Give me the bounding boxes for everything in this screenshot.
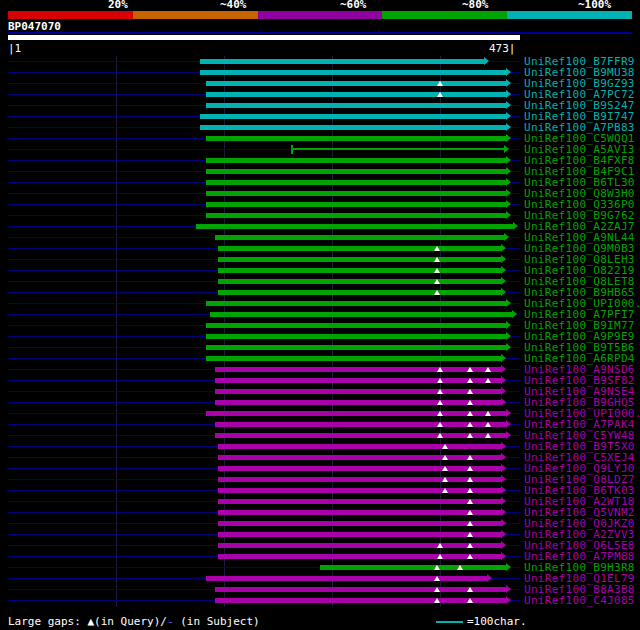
alignment-bar-arrowhead: [501, 398, 506, 406]
alignment-bar-arrowhead: [506, 167, 511, 175]
gap-marker-icon: [467, 433, 473, 438]
legend-segment-1: [133, 11, 258, 19]
alignment-bar[interactable]: [206, 202, 506, 207]
alignment-bar[interactable]: [206, 158, 506, 163]
alignment-bar[interactable]: [206, 356, 501, 361]
alignment-bar[interactable]: [218, 466, 501, 471]
alignment-bar[interactable]: [210, 312, 511, 317]
alignment-bar[interactable]: [215, 422, 507, 427]
alignment-bar-arrowhead: [506, 200, 511, 208]
alignment-bar[interactable]: [218, 279, 501, 284]
alignment-bar[interactable]: [218, 246, 501, 251]
alignment-bar[interactable]: [218, 532, 501, 537]
alignment-bar-arrowhead: [506, 563, 511, 571]
gap-marker-icon: [437, 389, 443, 394]
alignment-bar-arrowhead: [501, 288, 506, 296]
alignment-bar-arrowhead: [501, 497, 506, 505]
alignment-bar[interactable]: [215, 389, 501, 394]
gap-marker-icon: [437, 422, 443, 427]
alignment-bar[interactable]: [206, 213, 506, 218]
alignment-bar-arrowhead: [501, 277, 506, 285]
gap-marker-icon: [457, 565, 463, 570]
gap-marker-icon: [485, 367, 491, 372]
alignment-bar[interactable]: [291, 148, 505, 150]
gaps-legend-prefix: Large gaps:: [8, 615, 87, 628]
gap-marker-icon: [437, 554, 443, 559]
gap-marker-icon: [442, 444, 448, 449]
alignment-bar-arrowhead: [506, 79, 511, 87]
alignment-bar[interactable]: [215, 587, 507, 592]
alignment-plot: UniRef100_B7FFR9UniRef100_B9MU38UniRef10…: [0, 56, 640, 607]
gap-marker-icon: [434, 268, 440, 273]
alignment-bar[interactable]: [215, 378, 501, 383]
alignment-bar[interactable]: [206, 169, 506, 174]
gap-marker-icon: [467, 367, 473, 372]
alignment-bar-arrowhead: [501, 508, 506, 516]
gap-marker-icon: [485, 422, 491, 427]
alignment-bar[interactable]: [215, 235, 504, 240]
alignment-bar[interactable]: [215, 367, 501, 372]
header-divider-band: [8, 32, 632, 34]
alignment-bar-arrowhead: [501, 442, 506, 450]
hit-label[interactable]: UniRef100_C4J085: [524, 595, 635, 606]
gap-marker-icon: [467, 554, 473, 559]
alignment-bar-arrowhead: [501, 552, 506, 560]
alignment-bar[interactable]: [200, 70, 507, 75]
gap-marker-icon: [434, 587, 440, 592]
alignment-bar-arrowhead: [501, 376, 506, 384]
alignment-bar[interactable]: [218, 257, 501, 262]
alignment-bar[interactable]: [206, 103, 506, 108]
gap-marker-icon: [485, 411, 491, 416]
gap-marker-icon: [434, 279, 440, 284]
alignment-bar[interactable]: [206, 345, 506, 350]
alignment-bar-arrowhead: [501, 541, 506, 549]
alignment-start-tick: [291, 145, 293, 154]
gap-marker-icon: [434, 565, 440, 570]
alignment-bar[interactable]: [218, 543, 501, 548]
alignment-bar[interactable]: [218, 477, 501, 482]
alignment-bar-arrowhead: [504, 145, 509, 153]
alignment-bar[interactable]: [200, 59, 484, 64]
gap-marker-icon: [442, 466, 448, 471]
alignment-bar-arrowhead: [506, 321, 511, 329]
legend-segment-0: [8, 11, 133, 19]
alignment-bar-arrowhead: [487, 574, 492, 582]
alignment-bar-arrowhead: [506, 134, 511, 142]
alignment-bar[interactable]: [218, 444, 501, 449]
gap-marker-icon: [437, 433, 443, 438]
alignment-bar[interactable]: [218, 268, 501, 273]
alignment-bar-arrowhead: [506, 211, 511, 219]
alignment-bar[interactable]: [206, 136, 506, 141]
alignment-bar[interactable]: [215, 400, 501, 405]
alignment-bar[interactable]: [215, 598, 507, 603]
alignment-bar[interactable]: [218, 521, 501, 526]
alignment-bar[interactable]: [206, 411, 506, 416]
alignment-bar[interactable]: [218, 554, 501, 559]
alignment-bar[interactable]: [206, 180, 506, 185]
alignment-bar[interactable]: [206, 81, 506, 86]
alignment-bar[interactable]: [206, 334, 506, 339]
alignment-bar-arrowhead: [506, 178, 511, 186]
alignment-bar[interactable]: [218, 488, 501, 493]
gap-marker-icon: [467, 499, 473, 504]
alignment-bar[interactable]: [206, 92, 506, 97]
alignment-bar[interactable]: [206, 191, 506, 196]
alignment-bar[interactable]: [218, 455, 501, 460]
alignment-bar[interactable]: [196, 224, 512, 229]
alignment-bar-arrowhead: [501, 266, 506, 274]
alignment-bar[interactable]: [200, 125, 507, 130]
alignment-bar[interactable]: [206, 576, 487, 581]
alignment-bar[interactable]: [206, 301, 506, 306]
alignment-bar[interactable]: [215, 433, 507, 438]
alignment-bar[interactable]: [218, 499, 501, 504]
alignment-bar[interactable]: [206, 323, 506, 328]
gap-marker-icon: [442, 455, 448, 460]
alignment-bar[interactable]: [218, 510, 501, 515]
alignment-bar[interactable]: [320, 565, 507, 570]
alignment-bar[interactable]: [218, 290, 501, 295]
gap-marker-icon: [467, 532, 473, 537]
alignment-bar-arrowhead: [506, 420, 511, 428]
gap-marker-icon: [467, 488, 473, 493]
alignment-bar[interactable]: [200, 114, 507, 119]
gap-marker-icon: [467, 411, 473, 416]
